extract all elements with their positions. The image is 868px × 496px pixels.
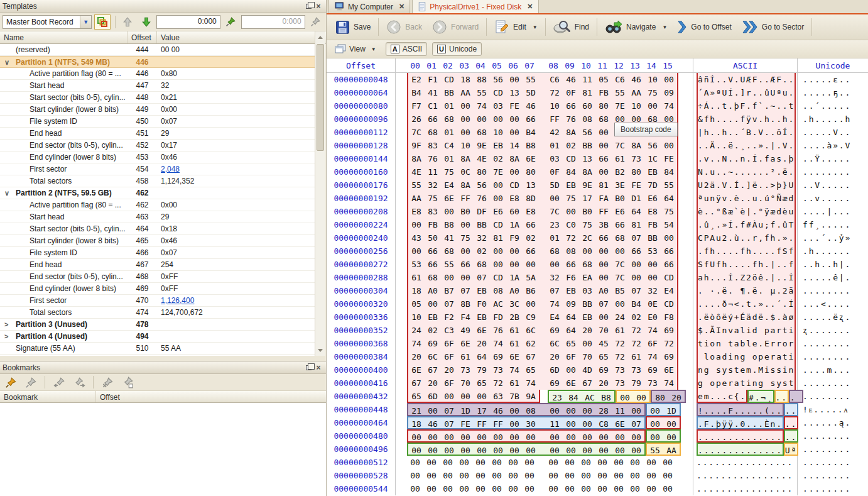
hex-byte[interactable]: 00	[659, 469, 676, 482]
hex-byte[interactable]: 00	[457, 444, 474, 455]
bookmarks-close-button[interactable]: ×	[313, 363, 323, 372]
hex-byte[interactable]: 00	[545, 482, 561, 495]
hex-byte[interactable]: 75	[457, 231, 474, 245]
hex-byte[interactable]: B4	[408, 86, 425, 99]
hex-byte[interactable]: 00	[472, 469, 489, 482]
template-row[interactable]: Start sector (bits 0-5), cylin...4480x21	[0, 92, 315, 104]
hex-byte[interactable]: 74	[644, 350, 661, 363]
hex-byte[interactable]: 00	[628, 444, 644, 455]
hex-byte[interactable]: 0C	[457, 165, 474, 179]
hex-byte[interactable]: 00	[506, 444, 523, 455]
hex-byte[interactable]: 00	[441, 431, 457, 441]
hex-byte[interactable]: 41	[441, 231, 457, 245]
hex-byte[interactable]: 00	[627, 469, 643, 482]
hex-byte[interactable]: 61	[506, 377, 523, 390]
hex-byte[interactable]: 72	[628, 324, 644, 337]
hex-byte[interactable]: 00	[661, 231, 677, 245]
hex-byte[interactable]: E8	[506, 192, 523, 205]
hex-byte[interactable]: 53	[408, 258, 425, 271]
hex-byte[interactable]: 10	[546, 99, 563, 113]
next-template-item-button[interactable]	[138, 14, 154, 30]
hex-byte[interactable]: E2	[408, 73, 425, 86]
hex-byte[interactable]: 00	[506, 126, 523, 139]
unicode-column[interactable]: ........	[798, 390, 868, 403]
ascii-text-segment[interactable]: ................	[697, 482, 793, 495]
hex-byte[interactable]: 70	[595, 324, 612, 337]
hex-byte[interactable]: 17	[474, 404, 490, 415]
ascii-text-segment[interactable]: !....F.....(..	[697, 403, 784, 416]
hex-byte[interactable]: 70	[457, 377, 474, 390]
hex-byte[interactable]: EA	[579, 271, 595, 284]
hex-byte[interactable]: 2B	[506, 311, 523, 324]
hex-offset[interactable]: 00000000240	[327, 231, 396, 245]
hex-byte[interactable]: 55	[612, 86, 628, 99]
hex-byte[interactable]: 00	[489, 456, 505, 469]
hex-byte[interactable]: BB	[579, 139, 595, 152]
ascii-text-segment[interactable]: .fh....fh....fSf	[697, 245, 796, 258]
hex-byte[interactable]: 56	[490, 73, 506, 86]
hex-byte[interactable]: 00	[617, 391, 633, 402]
hex-offset[interactable]: 00000000224	[327, 218, 396, 231]
hex-byte[interactable]: 00	[423, 469, 440, 482]
hex-byte[interactable]: 00	[490, 431, 506, 441]
hex-byte[interactable]: 9A	[523, 390, 539, 402]
hex-byte[interactable]: EB	[563, 284, 579, 297]
unicode-column[interactable]: ....m...	[798, 363, 868, 377]
hex-byte[interactable]: CD	[563, 152, 579, 165]
hex-byte[interactable]: 6F	[644, 337, 661, 350]
hex-byte[interactable]: 11	[612, 404, 628, 415]
hex-byte[interactable]: 60	[506, 205, 523, 218]
hex-byte[interactable]: A0	[506, 284, 523, 297]
hex-byte[interactable]: 66	[523, 218, 539, 231]
hex-byte[interactable]: 08	[563, 245, 579, 258]
ascii-text-segment[interactable]: . ·.ë. ¶.ë. µ.2ä	[697, 284, 796, 297]
hex-byte[interactable]: 00	[595, 245, 612, 258]
hex-byte[interactable]: 68	[441, 245, 457, 258]
hex-byte[interactable]: 00	[644, 258, 661, 271]
hex-byte[interactable]: 68	[595, 113, 612, 126]
hex-byte[interactable]: 55	[523, 73, 539, 86]
hex-byte[interactable]: 07	[441, 417, 457, 428]
hex-byte[interactable]: C4	[441, 139, 457, 152]
hex-byte[interactable]: 6D	[425, 390, 441, 402]
hex-byte[interactable]: 66	[563, 99, 579, 113]
hex-byte[interactable]: 00	[505, 456, 521, 469]
hex-byte[interactable]: 66	[628, 245, 644, 258]
hex-byte[interactable]: 8A	[506, 152, 523, 165]
hex-byte[interactable]: E6	[644, 192, 661, 205]
hex-byte[interactable]: 69	[546, 377, 563, 390]
ascii-text-segment[interactable]: em...c{.	[697, 390, 747, 403]
hex-byte[interactable]: 84	[661, 165, 677, 179]
hex-byte[interactable]: 5D	[546, 179, 563, 192]
hex-byte[interactable]: 00	[423, 482, 440, 495]
hex-byte[interactable]: 00	[474, 390, 490, 402]
hex-byte[interactable]: 46	[425, 417, 441, 428]
hex-byte[interactable]: E4	[661, 284, 677, 297]
hex-byte[interactable]: 10	[490, 126, 506, 139]
hex-offset[interactable]: 00000000304	[327, 284, 396, 297]
hex-byte[interactable]: 69	[425, 337, 441, 350]
hex-byte[interactable]: B8	[598, 391, 614, 402]
unicode-toggle-button[interactable]: U Unicode	[432, 42, 482, 56]
hex-byte[interactable]: B0	[612, 192, 628, 205]
unicode-column[interactable]: ........	[798, 429, 868, 443]
hex-byte[interactable]: 00	[408, 431, 425, 441]
template-row[interactable]: Active partition flag (80 = ...4460x80	[0, 68, 315, 80]
column-header-value[interactable]: Value	[157, 31, 326, 43]
ascii-text-segment[interactable]: .v..N..n.Í.fas.þ	[697, 152, 796, 165]
unicode-column[interactable]: ........	[798, 284, 868, 297]
hex-byte[interactable]: 18	[457, 73, 474, 86]
hex-byte[interactable]: 6D	[546, 363, 563, 377]
hex-byte[interactable]: 8D	[523, 192, 539, 205]
hex-byte[interactable]: 61	[457, 350, 474, 363]
hex-byte[interactable]: B6	[523, 284, 539, 297]
unicode-column[interactable]: ..´.....	[798, 99, 868, 113]
hex-byte[interactable]: 80	[652, 391, 668, 402]
ascii-text-segment[interactable]: N.u..~......².ë.	[697, 165, 796, 179]
sector-link[interactable]: 2,048	[161, 165, 180, 174]
hex-byte[interactable]: 26	[408, 113, 425, 126]
hex-byte[interactable]: 24	[408, 324, 425, 337]
hex-byte[interactable]: 23	[546, 218, 563, 231]
hex-byte[interactable]: 70	[579, 350, 595, 363]
ascii-text-segment[interactable]: tion table.Error	[697, 337, 796, 350]
